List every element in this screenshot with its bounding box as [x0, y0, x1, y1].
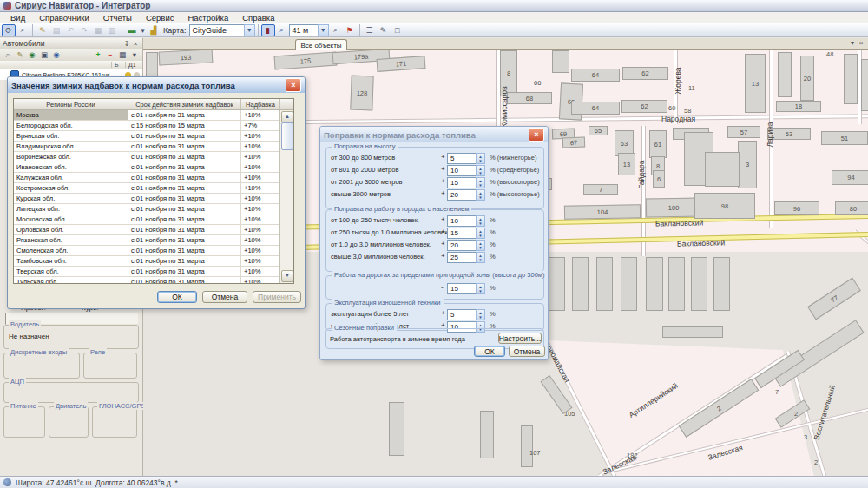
- correction-value-input[interactable]: 10: [447, 165, 477, 176]
- close-panel-icon[interactable]: ×: [131, 40, 140, 48]
- camera-icon[interactable]: ▣: [38, 49, 50, 60]
- map-select[interactable]: CityGuide: [189, 24, 245, 36]
- grid-icon[interactable]: ▦: [91, 24, 105, 36]
- correction-value-input[interactable]: 5: [447, 309, 477, 320]
- winter-apply-button[interactable]: Применить: [253, 291, 301, 303]
- correction-value-input[interactable]: 15: [447, 177, 477, 188]
- edit-vehicle-icon[interactable]: ✎: [14, 49, 26, 60]
- vehicle-dropdown-icon[interactable]: ▾: [139, 24, 147, 36]
- table-row[interactable]: Белгородская обл.с 15 ноября по 15 марта…: [14, 121, 293, 131]
- table-row[interactable]: Воронежская обл.с 01 ноября по 31 марта+…: [14, 152, 293, 162]
- vehicle-icon[interactable]: ▬: [125, 24, 139, 36]
- checkbox-icon[interactable]: □: [391, 24, 404, 36]
- spinner-arrows-icon[interactable]: ▲▼: [476, 189, 485, 201]
- spinner-arrows-icon[interactable]: ▲▼: [476, 215, 485, 227]
- traffic-light-icon[interactable]: ▮: [261, 24, 275, 36]
- redo-icon[interactable]: ↷: [77, 24, 91, 36]
- corrections-cancel-button[interactable]: Отмена: [509, 346, 545, 357]
- scrollbar-thumb[interactable]: [281, 122, 293, 150]
- winter-cell: с 01 ноября по 31 марта: [128, 246, 241, 256]
- tab-all-objects[interactable]: Все объекты: [295, 39, 347, 51]
- table-row[interactable]: Ивановская обл.с 01 ноября по 31 марта+1…: [14, 162, 293, 173]
- refresh-icon[interactable]: ⟳: [2, 24, 16, 36]
- view-mode-icon[interactable]: ▦: [116, 49, 128, 60]
- scroll-down-icon[interactable]: ▼: [281, 270, 293, 282]
- table-row[interactable]: Московская обл.с 01 ноября по 31 марта+1…: [14, 214, 293, 225]
- notes-icon[interactable]: ✎: [377, 24, 391, 36]
- close-tab-icon[interactable]: ×: [857, 39, 865, 47]
- search-icon[interactable]: ⌕: [16, 24, 30, 36]
- zoom-out-icon[interactable]: ⌕: [329, 24, 343, 36]
- route-icon[interactable]: ⚑: [343, 24, 357, 36]
- scale-select-arrow-icon[interactable]: ▼: [318, 24, 329, 36]
- spinner-arrows-icon[interactable]: ▲▼: [476, 228, 485, 239]
- menu-item-4[interactable]: Настройка: [181, 13, 235, 23]
- winter-column-2[interactable]: Надбавка: [241, 99, 280, 109]
- winter-ok-button[interactable]: ОК: [157, 291, 197, 303]
- remove-vehicle-icon[interactable]: −: [104, 49, 116, 60]
- table-row[interactable]: Костромская обл.с 01 ноября по 31 марта+…: [14, 183, 293, 194]
- pin-icon[interactable]: ↧: [122, 40, 131, 48]
- corrections-ok-button[interactable]: ОК: [474, 346, 505, 357]
- table-row[interactable]: Тверская обл.с 01 ноября по 31 марта+10%: [14, 267, 293, 277]
- correction-value-input[interactable]: 15: [447, 228, 477, 239]
- winter-column-1[interactable]: Срок действия зимних надбавок: [128, 99, 241, 109]
- spinner-arrows-icon[interactable]: ▲▼: [476, 283, 485, 294]
- scale-select[interactable]: 41 м: [289, 24, 319, 36]
- spinner-arrows-icon[interactable]: ▲▼: [476, 309, 485, 320]
- menu-item-0[interactable]: Вид: [3, 13, 32, 23]
- menu-item-1[interactable]: Справочники: [32, 13, 96, 23]
- table-row[interactable]: Липецкая обл.с 01 ноября по 31 марта+10%: [14, 204, 293, 214]
- table-row[interactable]: Москвас 01 ноября по 31 марта+10%: [14, 110, 293, 121]
- street-name-label: Жорева: [674, 67, 682, 94]
- zoom-in-icon[interactable]: ⌕: [275, 24, 289, 36]
- add-vehicle-icon[interactable]: +: [92, 49, 104, 60]
- search-vehicles-icon[interactable]: ⌕: [2, 49, 14, 60]
- correction-value-input[interactable]: 15: [447, 283, 477, 294]
- tab-scroll-icon[interactable]: ▾: [848, 39, 857, 47]
- table-row[interactable]: Орловская обл.с 01 ноября по 31 марта+10…: [14, 225, 293, 235]
- winter-table-scrollbar[interactable]: ▲ ▼: [279, 110, 293, 283]
- world-icon[interactable]: ◉: [50, 49, 62, 60]
- menu-item-3[interactable]: Сервис: [139, 13, 181, 23]
- table-row[interactable]: Тульская обл.с 01 ноября по 31 марта+10%: [14, 277, 293, 284]
- correction-value-input[interactable]: 25: [447, 252, 477, 263]
- seasonal-configure-button[interactable]: Настроить...: [498, 333, 542, 344]
- corrections-dialog-close-icon[interactable]: ×: [529, 128, 544, 142]
- map-building: 13: [618, 153, 635, 175]
- spinner-arrows-icon[interactable]: ▲▼: [476, 252, 485, 263]
- table-row[interactable]: Курская обл.с 01 ноября по 31 марта+10%: [14, 194, 293, 204]
- table-row[interactable]: Рязанская обл.с 01 ноября по 31 марта+10…: [14, 235, 293, 246]
- view-mode-arrow-icon[interactable]: ▾: [128, 49, 141, 60]
- list-icon[interactable]: ☰: [363, 24, 377, 36]
- spinner-arrows-icon[interactable]: ▲▼: [476, 153, 485, 164]
- chart-icon[interactable]: ▟: [147, 24, 161, 36]
- menu-item-2[interactable]: Отчёты: [96, 13, 139, 23]
- menu-item-5[interactable]: Справка: [235, 13, 281, 23]
- edit-icon[interactable]: ✎: [36, 24, 49, 36]
- winter-column-0[interactable]: Регионы России: [14, 99, 128, 109]
- table-row[interactable]: Владимирская обл.с 01 ноября по 31 марта…: [14, 142, 293, 152]
- table-row[interactable]: Смоленская обл.с 01 ноября по 31 марта+1…: [14, 246, 293, 256]
- spinner-arrows-icon[interactable]: ▲▼: [476, 177, 485, 188]
- driver-group: Водитель Не назначен: [3, 325, 139, 349]
- correction-value-input[interactable]: 20: [447, 240, 477, 251]
- undo-icon[interactable]: ↶: [63, 24, 77, 36]
- winter-cancel-button[interactable]: Отмена: [202, 291, 247, 303]
- spinner-arrows-icon[interactable]: ▲▼: [476, 240, 485, 251]
- table-row[interactable]: Калужская обл.с 01 ноября по 31 марта+10…: [14, 173, 293, 183]
- winter-dialog-close-icon[interactable]: ×: [286, 78, 301, 92]
- layers-icon[interactable]: ▥: [105, 24, 119, 36]
- spinner-arrows-icon[interactable]: ▲▼: [476, 165, 485, 176]
- correction-value-input[interactable]: 5: [447, 153, 477, 164]
- map-building: [146, 52, 158, 78]
- globe-icon[interactable]: ◉: [26, 49, 38, 60]
- map-select-arrow-icon[interactable]: ▼: [244, 24, 255, 36]
- table-row[interactable]: Брянская обл.с 01 ноября по 31 марта+10%: [14, 131, 293, 142]
- scroll-up-icon[interactable]: ▲: [281, 111, 293, 123]
- correction-value-input[interactable]: 10: [447, 215, 477, 227]
- correction-value-input[interactable]: 20: [447, 189, 477, 201]
- column-d1[interactable]: Д1: [125, 62, 144, 68]
- table-row[interactable]: Тамбовская обл.с 01 ноября по 31 марта+1…: [14, 256, 293, 267]
- table-icon[interactable]: ▤: [49, 24, 63, 36]
